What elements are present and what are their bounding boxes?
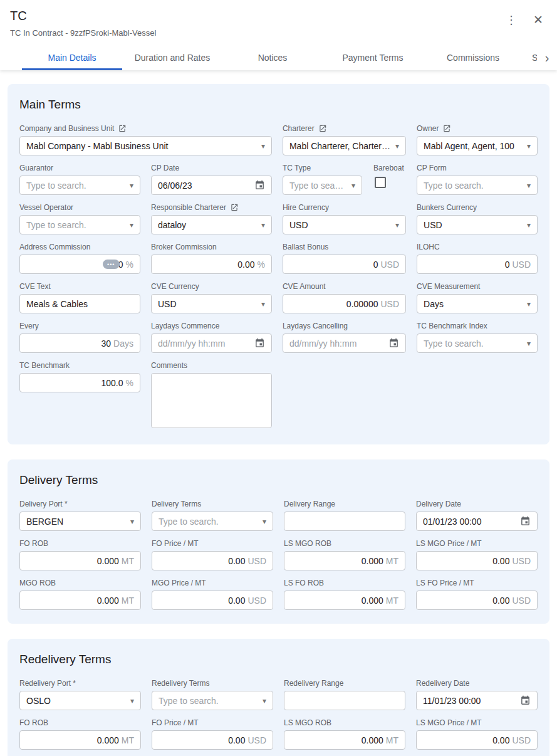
cp-date-input[interactable]: 06/06/23 (151, 176, 272, 195)
delivery-mgo-rob-input[interactable]: 0.000 MT (19, 591, 141, 610)
calendar-icon[interactable] (254, 180, 265, 191)
delivery-range-label: Delivery Range (284, 500, 335, 508)
external-link-icon[interactable] (442, 124, 451, 133)
ilohc-input[interactable]: 0 USD (417, 255, 538, 274)
redelivery-ls-mgo-rob-input[interactable]: 0.000 MT (284, 730, 405, 750)
delivery-fo-rob-input[interactable]: 0.000 MT (19, 551, 141, 570)
delivery-date-label: Delivery Date (416, 500, 461, 508)
chevron-down-icon: ▾ (263, 517, 266, 526)
comments-label: Comments (151, 361, 187, 370)
owner-select[interactable]: Mabl Agent, Agent, 100 ▾ (417, 136, 538, 155)
chevron-right-icon[interactable]: › (537, 45, 557, 70)
tab-main-details[interactable]: Main Details (22, 45, 122, 70)
vessel-operator-label: Vessel Operator (19, 203, 73, 212)
calendar-icon[interactable] (254, 338, 265, 349)
broker-commission-input[interactable]: 0.00 % (151, 255, 272, 274)
contract-subtitle: TC In Contract - 9zzfPSroki-Mabl-Vessel (10, 28, 547, 38)
comments-input[interactable] (151, 373, 272, 428)
ballast-bonus-input[interactable]: 0 USD (283, 255, 406, 274)
redelivery-port-select[interactable]: OSLO ▾ (19, 691, 141, 710)
redelivery-range-input[interactable] (284, 691, 405, 710)
charterer-select[interactable]: Mabl Charterer, Charter… ▾ (283, 136, 406, 155)
delivery-fo-price-input[interactable]: 0.00 USD (152, 551, 273, 570)
delivery-ls-mgo-price-field: LS MGO Price / MT 0.00 USD (416, 539, 538, 570)
calendar-icon[interactable] (520, 516, 531, 527)
kebab-menu-icon[interactable]: ⋮ (504, 13, 518, 27)
redelivery-date-label: Redelivery Date (416, 679, 469, 688)
delivery-ls-mgo-rob-input[interactable]: 0.000 MT (284, 551, 405, 570)
main-terms-heading: Main Terms (19, 98, 538, 112)
redelivery-fo-price-input[interactable]: 0.00 USD (152, 730, 273, 750)
hire-currency-field: Hire Currency USD ▾ (283, 203, 406, 234)
tab-notices[interactable]: Notices (222, 45, 323, 70)
external-link-icon[interactable] (118, 124, 127, 133)
bunkers-currency-label: Bunkers Currency (417, 203, 477, 212)
chevron-down-icon: ▾ (130, 221, 133, 229)
cve-measurement-select[interactable]: Days ▾ (417, 294, 538, 313)
redelivery-ls-mgo-rob-field: LS MGO ROB 0.000 MT (284, 718, 405, 750)
main-terms-section: Main Terms Company and Business Unit Mab… (8, 84, 549, 444)
delivery-port-label: Delivery Port * (19, 500, 68, 508)
vessel-operator-select[interactable]: Type to search. ▾ (19, 215, 140, 234)
delivery-ls-fo-rob-field: LS FO ROB 0.000 MT (284, 579, 405, 610)
delivery-ls-mgo-price-input[interactable]: 0.00 USD (416, 551, 538, 570)
tc-benchmark-input[interactable]: 100.0 % (19, 373, 140, 392)
redelivery-terms-select[interactable]: Type to search. ▾ (152, 691, 273, 710)
cve-amount-label: CVE Amount (283, 282, 326, 291)
tc-type-select[interactable]: Type to sea… ▾ (283, 176, 362, 195)
external-link-icon[interactable] (318, 124, 327, 133)
redelivery-fo-rob-input[interactable]: 0.000 MT (19, 730, 141, 750)
external-link-icon[interactable] (230, 203, 239, 212)
company-select[interactable]: Mabl Company - Mabl Business Unit ▾ (19, 136, 272, 155)
tab-commissions[interactable]: Commissions (423, 45, 523, 70)
redelivery-fo-rob-label: FO ROB (19, 718, 48, 727)
address-commission-input[interactable]: ••• 0 % (19, 255, 140, 274)
close-icon[interactable]: ✕ (532, 13, 544, 27)
tab-duration-and-rates[interactable]: Duration and Rates (122, 45, 222, 70)
every-input[interactable]: 30 Days (19, 333, 140, 353)
redelivery-ls-mgo-price-input[interactable]: 0.00 USD (416, 730, 538, 750)
delivery-ls-fo-rob-label: LS FO ROB (284, 579, 324, 587)
delivery-range-input[interactable] (284, 512, 405, 531)
redelivery-terms-label: Redelivery Terms (152, 679, 209, 688)
cve-currency-select[interactable]: USD ▾ (151, 294, 272, 313)
calendar-icon[interactable] (520, 695, 531, 706)
cve-text-input[interactable]: Meals & Cables (19, 294, 140, 313)
ballast-bonus-label: Ballast Bonus (283, 243, 328, 251)
delivery-mgo-price-input[interactable]: 0.00 USD (152, 591, 273, 610)
laydays-commence-field: Laydays Commence dd/mm/yy hh:mm (151, 322, 272, 353)
delivery-port-select[interactable]: BERGEN ▾ (19, 512, 141, 531)
cve-amount-input[interactable]: 0.00000 USD (283, 294, 406, 313)
chevron-down-icon: ▾ (263, 696, 266, 705)
responsible-charterer-select[interactable]: dataloy ▾ (151, 215, 272, 234)
laydays-commence-label: Laydays Commence (151, 322, 219, 330)
owner-field: Owner Mabl Agent, Agent, 100 ▾ (417, 124, 538, 155)
dialog-header: TC TC In Contract - 9zzfPSroki-Mabl-Vess… (0, 0, 557, 70)
guarantor-label: Guarantor (19, 164, 53, 172)
guarantor-select[interactable]: Type to search. ▾ (19, 176, 140, 195)
redelivery-date-field: Redelivery Date 11/01/23 00:00 (416, 679, 538, 710)
redelivery-ls-mgo-price-field: LS MGO Price / MT 0.00 USD (416, 718, 538, 750)
laydays-cancelling-input[interactable]: dd/mm/yy hh:mm (283, 333, 406, 353)
tc-benchmark-index-select[interactable]: Type to search. ▾ (417, 333, 538, 353)
delivery-ls-fo-price-input[interactable]: 0.00 USD (416, 591, 538, 610)
tab-payment-terms[interactable]: Payment Terms (323, 45, 423, 70)
cp-form-select[interactable]: Type to search. ▾ (417, 176, 538, 195)
redelivery-range-field: Redelivery Range (284, 679, 405, 710)
calendar-icon[interactable] (388, 338, 399, 349)
delivery-terms-select[interactable]: Type to search. ▾ (152, 512, 273, 531)
bareboat-checkbox[interactable] (375, 177, 386, 188)
redelivery-port-field: Redelivery Port * OSLO ▾ (19, 679, 141, 710)
delivery-ls-fo-price-label: LS FO Price / MT (416, 579, 474, 587)
redelivery-fo-price-label: FO Price / MT (152, 718, 199, 727)
laydays-commence-input[interactable]: dd/mm/yy hh:mm (151, 333, 272, 353)
redelivery-date-input[interactable]: 11/01/23 00:00 (416, 691, 538, 710)
delivery-date-input[interactable]: 01/01/23 00:00 (416, 512, 538, 531)
hire-currency-select[interactable]: USD ▾ (283, 215, 406, 234)
bunkers-currency-select[interactable]: USD ▾ (417, 215, 538, 234)
tc-type-label: TC Type (283, 164, 311, 172)
tc-benchmark-index-field: TC Benchmark Index Type to search. ▾ (417, 322, 538, 353)
delivery-ls-fo-rob-input[interactable]: 0.000 MT (284, 591, 405, 610)
charterer-label: Charterer (283, 124, 315, 133)
cve-text-field: CVE Text Meals & Cables (19, 282, 140, 313)
